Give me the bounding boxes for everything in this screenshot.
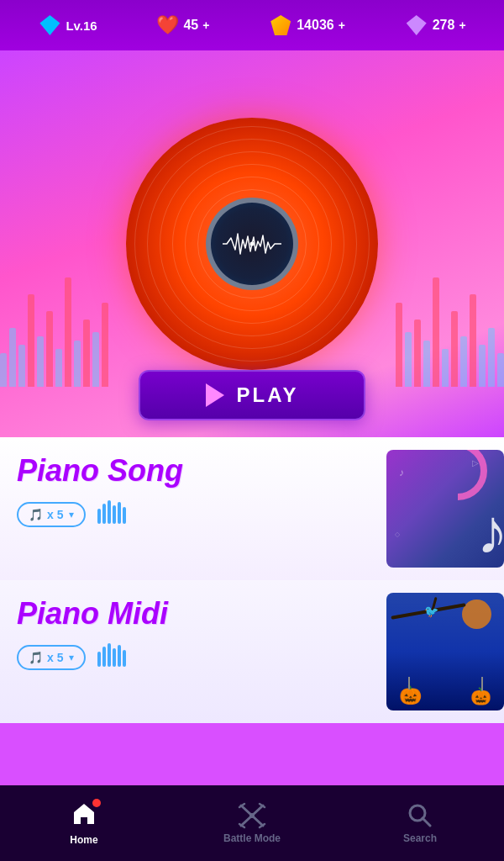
svg-rect-2 <box>102 504 106 524</box>
svg-point-19 <box>249 813 255 818</box>
svg-line-21 <box>423 818 430 826</box>
svg-rect-12 <box>123 650 126 667</box>
thumb-bg-piano-midi: 🐦 🎃 🎃 <box>386 593 504 710</box>
svg-rect-1 <box>97 509 101 524</box>
vinyl-record[interactable] <box>126 118 378 370</box>
level-value: Lv.16 <box>66 18 97 33</box>
gems-plus: + <box>339 18 345 32</box>
svg-rect-10 <box>113 648 116 667</box>
svg-rect-7 <box>97 652 101 667</box>
level-stat: Lv.16 <box>38 13 97 37</box>
search-icon <box>407 802 433 829</box>
nav-label-home: Home <box>70 834 97 846</box>
diamond-purple-icon <box>405 13 428 37</box>
play-button[interactable]: PLAY <box>139 370 365 420</box>
chevron-down-icon-2: ▾ <box>69 652 74 663</box>
svg-rect-3 <box>108 500 111 524</box>
song-thumb-piano-midi: 🐦 🎃 🎃 <box>386 593 504 710</box>
waveform-svg <box>223 230 281 259</box>
arc-decoration <box>428 450 487 500</box>
gem-icon <box>269 13 292 37</box>
vinyl-outer <box>126 118 378 370</box>
nav-label-search: Search <box>403 832 437 844</box>
diamonds-value: 278 <box>433 18 455 33</box>
note-count-button-piano-song[interactable]: 🎵 x 5 ▾ <box>17 502 86 527</box>
nav-item-battle[interactable]: Battle Mode <box>168 802 336 844</box>
play-triangle-icon <box>206 383 224 407</box>
battle-icon <box>238 802 266 829</box>
play-label: PLAY <box>237 383 299 407</box>
svg-point-0 <box>250 241 255 246</box>
hearts-value: 45 <box>183 18 198 33</box>
nav-label-battle: Battle Mode <box>223 832 281 844</box>
music-note-icon-2: 🎵 <box>29 651 43 664</box>
eq-bars-left <box>0 277 108 387</box>
string-right <box>481 677 483 691</box>
moon-decoration <box>462 600 491 629</box>
song-card-piano-midi[interactable]: Piano Midi 🎵 x 5 ▾ <box>0 580 504 723</box>
hearts-stat[interactable]: ❤️ 45 + <box>156 14 209 36</box>
song-thumb-piano-song: ♪ ▷ ◇ ♪ <box>386 450 504 568</box>
equalizer-icon-piano-song[interactable] <box>96 500 129 530</box>
top-bar: Lv.16 ❤️ 45 + 14036 + 278 + <box>0 0 504 50</box>
note-count-label: x 5 <box>47 508 63 521</box>
diamonds-stat[interactable]: 278 + <box>405 13 466 37</box>
diamonds-plus: + <box>459 18 465 32</box>
gems-stat[interactable]: 14036 + <box>269 13 345 37</box>
note-count-label-2: x 5 <box>47 651 63 664</box>
song-list: Piano Song 🎵 x 5 ▾ <box>0 437 504 723</box>
hearts-plus: + <box>202 18 209 32</box>
svg-rect-11 <box>118 645 121 667</box>
equalizer-icon-piano-midi[interactable] <box>96 643 129 673</box>
nav-item-home[interactable]: Home <box>0 800 168 846</box>
bird-icon: 🐦 <box>424 605 438 618</box>
svg-rect-5 <box>118 502 121 524</box>
diamond-blue-icon <box>38 13 61 37</box>
home-icon-wrap <box>71 800 97 831</box>
bottom-nav: Home Battle Mode Search <box>0 785 504 861</box>
svg-rect-8 <box>102 647 106 667</box>
svg-rect-6 <box>123 507 126 524</box>
gems-value: 14036 <box>297 18 334 33</box>
pumpkin-left-icon: 🎃 <box>399 684 422 706</box>
note-count-button-piano-midi[interactable]: 🎵 x 5 ▾ <box>17 645 86 670</box>
svg-rect-9 <box>108 643 111 667</box>
eq-bars-right <box>396 277 504 387</box>
nav-item-search[interactable]: Search <box>336 802 504 844</box>
hero-area: PLAY <box>0 50 504 437</box>
song-card-piano-song[interactable]: Piano Song 🎵 x 5 ▾ <box>0 437 504 580</box>
home-notification-dot <box>92 799 101 807</box>
svg-rect-4 <box>113 505 116 524</box>
vinyl-center <box>206 198 298 290</box>
heart-icon: ❤️ <box>156 14 179 36</box>
music-note-large-icon: ♪ <box>477 495 505 568</box>
chevron-down-icon: ▾ <box>69 509 74 520</box>
thumb-bg-piano-song: ♪ ▷ ◇ ♪ <box>386 450 504 568</box>
string-left <box>408 677 410 689</box>
music-note-icon: 🎵 <box>29 508 43 521</box>
